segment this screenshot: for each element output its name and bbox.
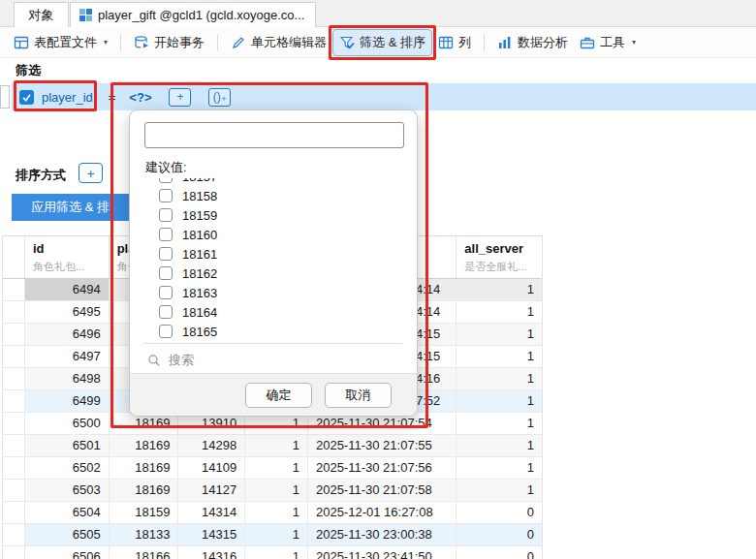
column-header[interactable] (3, 236, 25, 278)
filter-condition-row[interactable]: player_id = <?> + ()₊ (12, 83, 756, 110)
value-label: 18157 (182, 178, 217, 184)
tools-button[interactable]: 工具 ▾ (574, 30, 642, 55)
value-input[interactable] (144, 122, 404, 148)
suggested-value-item[interactable]: 18161 (145, 244, 401, 264)
add-group-button[interactable]: ()₊ (208, 88, 231, 107)
row-gutter (3, 524, 25, 545)
table-row[interactable]: 6505181331431512025-11-30 23:00:380 (3, 524, 542, 546)
suggested-value-item[interactable]: 18165 (145, 322, 401, 339)
filter-operator[interactable]: = (109, 90, 116, 105)
table-profile-label: 表配置文件 (34, 34, 97, 51)
suggested-value-item[interactable]: 18157 (145, 178, 401, 186)
add-sort-button[interactable]: + (79, 163, 103, 183)
tab-objects-label: 对象 (29, 7, 54, 24)
row-gutter (3, 435, 25, 456)
table-row[interactable]: 6503181691412712025-11-30 21:07:581 (3, 480, 542, 502)
suggested-value-item[interactable]: 18158 (145, 186, 401, 205)
table-row[interactable]: 6506181661431612025-11-30 23:41:500 (3, 546, 542, 559)
table-cell: 1 (457, 480, 542, 501)
columns-button[interactable]: 列 (432, 30, 477, 55)
table-cell: 14298 (178, 435, 245, 456)
table-cell: 6506 (25, 546, 110, 559)
table-profile-button[interactable]: 表配置文件 ▾ (8, 30, 113, 55)
cancel-button[interactable]: 取消 (325, 383, 392, 408)
table-row[interactable]: 6504181591431412025-12-01 16:27:080 (3, 502, 542, 524)
tab-active-label: player_gift @gcld1 (gcld.xoyoge.co... (98, 8, 304, 22)
table-cell: 1 (245, 457, 308, 479)
tab-bar: 对象 player_gift @gcld1 (gcld.xoyoge.co... (0, 0, 756, 27)
value-label: 18159 (182, 208, 217, 223)
table-cell: 18166 (110, 546, 179, 559)
value-label: 18162 (182, 266, 217, 281)
data-analysis-icon (497, 35, 513, 50)
apply-filter-sort-button[interactable]: 应用筛选 & 排 (12, 194, 129, 221)
row-gutter (3, 346, 25, 367)
chevron-down-icon: ▾ (632, 38, 636, 47)
value-checkbox[interactable] (159, 189, 173, 202)
suggested-value-item[interactable]: 18160 (145, 225, 401, 244)
search-icon (147, 354, 161, 367)
toolbar: 表配置文件 ▾ 开始事务 单元格编辑器 筛选 & 排序 (0, 27, 756, 58)
column-comment: 是否全服礼... (464, 260, 534, 274)
ok-button[interactable]: 确定 (245, 383, 312, 408)
cell-editor-button[interactable]: 单元格编辑器 (225, 30, 332, 55)
filter-sort-button[interactable]: 筛选 & 排序 (332, 29, 432, 56)
row-gutter (3, 324, 25, 345)
add-condition-button[interactable]: + (169, 88, 191, 107)
row-gutter (3, 480, 25, 501)
columns-icon (438, 35, 454, 50)
tools-label: 工具 (600, 34, 625, 51)
filter-value-popup: 建议值: 18157181581815918160181611816218163… (129, 109, 418, 417)
suggested-value-item[interactable]: 18159 (145, 205, 401, 225)
column-comment: 角色礼包... (33, 260, 101, 274)
table-cell: 14109 (178, 457, 245, 479)
value-checkbox[interactable] (159, 247, 173, 261)
table-cell: 1 (457, 279, 542, 300)
begin-transaction-button[interactable]: 开始事务 (128, 30, 210, 55)
value-checkbox[interactable] (159, 286, 173, 299)
value-checkbox[interactable] (159, 228, 173, 241)
table-cell: 0 (457, 524, 542, 545)
table-cell: 1 (245, 546, 308, 559)
table-cell: 1 (245, 502, 308, 523)
suggested-values-label: 建议值: (145, 159, 187, 176)
row-gutter (3, 413, 25, 434)
value-checkbox[interactable] (159, 305, 173, 319)
value-label: 18165 (182, 325, 217, 339)
table-cell: 1 (457, 368, 542, 389)
filter-section-label: 筛选 (16, 62, 41, 79)
table-row[interactable]: 6502181691410912025-11-30 21:07:561 (3, 457, 542, 480)
popup-search[interactable]: 搜索 (147, 350, 194, 371)
table-cell: 0 (457, 546, 542, 559)
suggested-value-item[interactable]: 18164 (145, 302, 401, 322)
check-icon (21, 92, 32, 103)
row-gutter (3, 301, 25, 323)
column-header[interactable]: id角色礼包... (25, 236, 110, 278)
search-placeholder: 搜索 (169, 352, 194, 369)
table-cell: 18169 (110, 457, 179, 479)
row-gutter (3, 279, 25, 300)
tab-objects[interactable]: 对象 (14, 2, 69, 27)
cell-editor-label: 单元格编辑器 (251, 34, 327, 51)
filter-field-name[interactable]: player_id (42, 90, 93, 105)
table-cell: 1 (457, 301, 542, 323)
value-checkbox[interactable] (159, 178, 173, 183)
suggested-value-item[interactable]: 18163 (145, 283, 401, 302)
popup-divider (144, 343, 402, 344)
sort-section-label: 排序方式 (16, 167, 66, 184)
table-row[interactable]: 6501181691429812025-11-30 21:07:551 (3, 435, 542, 457)
table-cell: 1 (457, 457, 542, 479)
value-checkbox[interactable] (159, 208, 173, 222)
data-analysis-button[interactable]: 数据分析 (491, 30, 574, 55)
columns-label: 列 (458, 34, 471, 51)
table-cell: 6496 (25, 324, 110, 345)
filter-value-placeholder[interactable]: <?> (129, 90, 151, 105)
chevron-down-icon: ▾ (104, 38, 108, 47)
column-header[interactable]: all_server是否全服礼... (457, 236, 542, 278)
value-checkbox[interactable] (159, 266, 173, 280)
tab-active-table[interactable]: player_gift @gcld1 (gcld.xoyoge.co... (70, 2, 316, 27)
filter-enabled-checkbox[interactable] (19, 90, 34, 105)
table-cell: 18159 (110, 502, 179, 523)
suggested-value-item[interactable]: 18162 (145, 264, 401, 283)
value-checkbox[interactable] (159, 325, 173, 338)
